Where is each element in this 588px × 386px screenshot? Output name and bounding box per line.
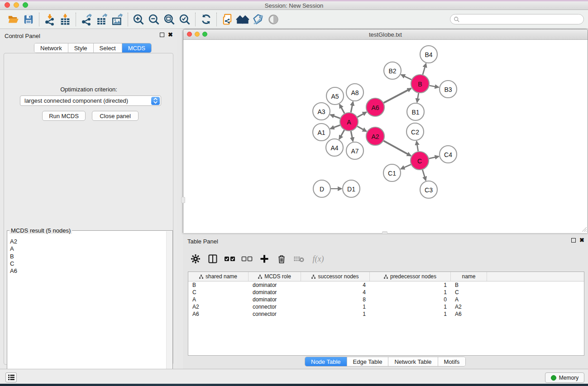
run-mcds-button[interactable]: Run MCDS (42, 111, 86, 121)
node-A2[interactable]: A2 (366, 127, 384, 145)
search-input[interactable] (460, 16, 583, 23)
import-network-button[interactable] (42, 12, 57, 27)
deselect-all-rows-button[interactable] (239, 251, 255, 267)
edge-A-A8[interactable] (351, 102, 353, 113)
node-B1[interactable]: B1 (407, 103, 424, 120)
result-item-b[interactable]: B (10, 253, 166, 260)
edge-C-C1[interactable] (401, 165, 411, 169)
minimize-window-button[interactable] (14, 2, 19, 8)
cell-name[interactable]: C (451, 289, 487, 295)
tab-motifs[interactable]: Motifs (438, 357, 466, 366)
close-panel-button[interactable]: Close panel (92, 111, 139, 121)
edge-C-C4[interactable] (429, 157, 439, 159)
cell-shared-name[interactable]: A6 (188, 311, 249, 317)
show-panels-button[interactable] (5, 372, 17, 382)
edge-A6-B[interactable] (384, 88, 411, 103)
node-A8[interactable]: A8 (346, 84, 363, 101)
cell-successor-nodes[interactable]: 1 (301, 304, 370, 310)
tab-edge-table[interactable]: Edge Table (347, 357, 389, 366)
close-panel-icon[interactable]: ✖ (579, 238, 584, 243)
export-image-button[interactable] (110, 12, 125, 27)
tab-network-table[interactable]: Network Table (388, 357, 438, 366)
zoom-fit-button[interactable] (162, 12, 177, 27)
close-panel-icon[interactable]: ✖ (168, 33, 173, 37)
result-item-a2[interactable]: A2 (10, 238, 166, 245)
zoom-window-button[interactable] (23, 2, 28, 8)
criterion-dropdown[interactable]: largest connected component (directed) (20, 95, 161, 106)
tab-select[interactable]: Select (94, 43, 122, 52)
cell-name[interactable]: A (451, 296, 487, 303)
cell-successor-nodes[interactable]: 1 (301, 311, 370, 317)
edge-A2-C[interactable] (383, 141, 411, 156)
edge-A-A2[interactable] (357, 126, 366, 131)
column-header-MCDS-role[interactable]: MCDS role (249, 272, 301, 281)
result-scrollbar[interactable] (166, 231, 172, 385)
cell-shared-name[interactable]: A2 (188, 304, 249, 310)
table-row[interactable]: A6connector11A6 (188, 310, 584, 318)
cell-MCDS-role[interactable]: dominator (249, 296, 301, 303)
cell-name[interactable]: A2 (451, 304, 487, 310)
table-row[interactable]: Cdominator41C (188, 289, 584, 296)
cell-name[interactable]: B (451, 282, 487, 288)
cell-predecessor-nodes[interactable]: 0 (370, 296, 451, 303)
hide-labels-button[interactable] (250, 12, 266, 27)
clone-network-button[interactable] (220, 12, 235, 27)
delete-table-button[interactable] (291, 251, 306, 267)
export-network-button[interactable] (79, 12, 94, 27)
edge-A-A1[interactable] (330, 125, 340, 129)
node-A7[interactable]: A7 (346, 142, 363, 159)
tab-node-table[interactable]: Node Table (305, 357, 347, 366)
cell-shared-name[interactable]: C (188, 289, 249, 295)
node-D1[interactable]: D1 (343, 180, 360, 197)
column-header-name[interactable]: name (451, 272, 487, 281)
edge-B-B2[interactable] (401, 75, 411, 80)
zoom-in-button[interactable] (131, 12, 146, 27)
refresh-layout-button[interactable] (198, 12, 214, 27)
table-row[interactable]: A2connector11A2 (188, 303, 584, 310)
cell-name[interactable]: A6 (451, 311, 487, 317)
save-session-button[interactable] (21, 12, 36, 27)
cell-successor-nodes[interactable]: 8 (301, 296, 370, 303)
float-panel-icon[interactable] (571, 238, 576, 243)
result-item-a6[interactable]: A6 (10, 267, 166, 275)
network-canvas[interactable]: AA1A2A3A4A5A6A7A8BB1B2B3B4CC1C2C3C4DD1 (183, 40, 588, 233)
zoom-out-button[interactable] (146, 12, 162, 27)
edge-B-B3[interactable] (430, 86, 439, 87)
open-session-button[interactable] (5, 12, 21, 27)
edge-A-A5[interactable] (339, 104, 344, 113)
cell-predecessor-nodes[interactable]: 1 (370, 289, 451, 295)
cell-successor-nodes[interactable]: 4 (301, 289, 370, 295)
cell-predecessor-nodes[interactable]: 1 (370, 304, 451, 310)
select-all-rows-button[interactable] (222, 251, 238, 267)
column-header-shared-name[interactable]: shared name (188, 272, 249, 281)
column-header-predecessor-nodes[interactable]: predecessor nodes (370, 272, 451, 281)
edge-C-C3[interactable] (422, 170, 425, 181)
edge-A-A4[interactable] (339, 130, 344, 139)
toggle-visibility-button[interactable] (266, 12, 281, 27)
node-A6[interactable]: A6 (366, 98, 384, 116)
network-minimize-button[interactable] (195, 32, 200, 37)
node-C[interactable]: C (411, 152, 429, 170)
tab-style[interactable]: Style (68, 43, 94, 52)
node-C3[interactable]: C3 (420, 181, 437, 198)
node-A5[interactable]: A5 (326, 87, 344, 105)
function-builder-button[interactable]: f(x) (308, 251, 328, 267)
edge-B-B4[interactable] (423, 63, 426, 75)
close-window-button[interactable] (5, 2, 10, 8)
table-row[interactable]: Adominator80A (188, 296, 584, 303)
node-C1[interactable]: C1 (383, 164, 401, 181)
node-B3[interactable]: B3 (440, 81, 457, 98)
node-A4[interactable]: A4 (326, 139, 343, 156)
cell-predecessor-nodes[interactable]: 1 (370, 311, 451, 317)
node-B[interactable]: B (411, 75, 429, 93)
network-zoom-button[interactable] (202, 32, 207, 37)
node-A1[interactable]: A1 (313, 124, 330, 141)
create-column-button[interactable] (257, 251, 272, 267)
splitter-handle[interactable] (181, 197, 185, 203)
node-A[interactable]: A (340, 113, 358, 131)
result-item-a[interactable]: A (10, 245, 166, 253)
edge-A-A3[interactable] (330, 114, 340, 118)
mcds-result-list[interactable]: A2ABCA6 (7, 234, 166, 386)
node-C2[interactable]: C2 (406, 123, 424, 140)
float-panel-icon[interactable] (160, 33, 164, 37)
